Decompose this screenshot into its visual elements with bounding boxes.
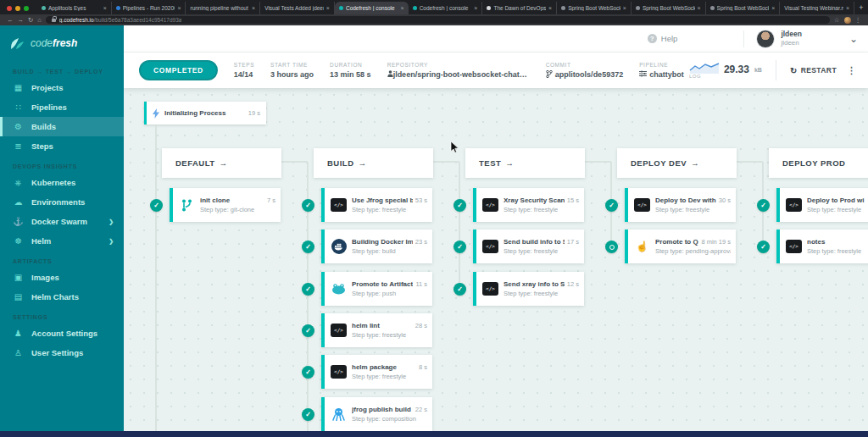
browser-tabs: Applitools Eyes×Pipelines - Run 20200312… — [37, 2, 854, 14]
summary-field-label: REPOSITORY — [387, 62, 530, 68]
sidebar-item-builds[interactable]: ⚙Builds — [0, 117, 124, 136]
step-card-deploy-to-prod-wi[interactable]: </>Deploy to Prod wiStep type: freestyle — [776, 188, 868, 222]
close-tab-icon[interactable]: × — [698, 5, 701, 11]
close-tab-icon[interactable]: × — [252, 5, 255, 11]
success-check-icon: ✓ — [302, 324, 314, 337]
step-card-promote-to-artifactory[interactable]: Promote to Artifactory11 sStep type: pus… — [321, 272, 432, 306]
close-tab-icon[interactable]: × — [177, 5, 181, 11]
step-duration: 22 s — [415, 406, 427, 413]
sidebar-item-pipelines[interactable]: ∷Pipelines — [0, 97, 124, 117]
minimize-window-button[interactable] — [15, 6, 20, 11]
step-title: Use Jfrog special build t — [352, 196, 413, 204]
browser-tab[interactable]: Codefresh | console× — [335, 2, 409, 14]
address-bar[interactable]: g.codefresh.io/build/5e6a78a3aeed14c9541… — [46, 16, 830, 24]
step-card-helm-package[interactable]: </>helm package8 sStep type: freestyle — [321, 355, 432, 389]
step-duration: 30 s — [719, 196, 731, 204]
close-tab-icon[interactable]: × — [548, 5, 552, 11]
forward-icon[interactable]: → — [18, 14, 25, 25]
summary-field-pipeline: PIPELINEchattybot — [639, 62, 684, 79]
browser-menu-icon[interactable]: ⋮ — [855, 14, 862, 25]
browser-tab[interactable]: Pipelines - Run 20200312.11× — [112, 2, 186, 14]
chevron-down-icon[interactable]: ⌄ — [849, 33, 858, 45]
summary-field-text: 13 min 58 s — [330, 70, 371, 79]
sidebar-item-account-settings[interactable]: ♟Account Settings — [0, 324, 124, 343]
browser-tab[interactable]: Spring Boot WebSocket Ch× — [706, 2, 781, 14]
sidebar-item-projects[interactable]: ▦Projects — [0, 78, 124, 97]
back-icon[interactable]: ← — [7, 14, 14, 25]
codefresh-tab-icon — [413, 6, 417, 10]
header-divider — [743, 30, 744, 47]
sidebar-item-user-settings[interactable]: ♙User Settings — [0, 343, 124, 362]
close-tab-icon[interactable]: × — [401, 5, 404, 11]
sidebar-item-steps[interactable]: ≣Steps — [0, 136, 124, 156]
environments-icon: ☁ — [13, 197, 24, 207]
close-tab-icon[interactable]: × — [771, 5, 775, 11]
log-section[interactable]: LOG 29.33kB — [689, 62, 762, 79]
close-window-button[interactable] — [7, 6, 12, 11]
tab-title: Spring Boot WebSocket Ch — [717, 5, 770, 11]
sidebar-item-environments[interactable]: ☁Environments — [0, 192, 124, 212]
stage-header-deploy-dev[interactable]: DEPLOY DEV→ — [617, 148, 737, 178]
stage-header-default[interactable]: DEFAULT→ — [162, 148, 281, 178]
tab-title: Visual Testing Webinar.md — [784, 5, 843, 11]
images-icon: ▣ — [13, 273, 24, 282]
browser-tab[interactable]: Visual Testing Webinar.md× — [780, 2, 854, 14]
sidebar-item-kubernetes[interactable]: ⎈Kubernetes — [0, 173, 124, 192]
step-card-jfrog-publish-build-info[interactable]: jfrog publish build info22 sStep type: c… — [321, 397, 432, 431]
browser-tab[interactable]: Spring Boot WebSocket Ch× — [557, 2, 632, 14]
bookmark-star-icon[interactable]: ☆ — [834, 14, 840, 25]
browser-tab[interactable]: The Dawn of DevOps× — [482, 2, 557, 14]
step-card-use-jfrog-special-build-t[interactable]: </>Use Jfrog special build t53 sStep typ… — [321, 188, 432, 222]
browser-tab[interactable]: Codefresh | console× — [409, 2, 483, 14]
codefresh-app: codefresh BUILD → TEST → DEPLOY▦Projects… — [0, 25, 868, 431]
close-tab-icon[interactable]: × — [623, 5, 626, 11]
close-tab-icon[interactable]: × — [103, 5, 107, 11]
help-button[interactable]: ? Help — [648, 34, 678, 43]
tab-title: Pipelines - Run 20200312.11 — [123, 5, 175, 11]
step-card-building-docker-image[interactable]: Building Docker Image23 sStep type: buil… — [321, 230, 432, 263]
browser-profile-avatar[interactable] — [844, 17, 851, 24]
stage-header-test[interactable]: TEST→ — [465, 148, 585, 178]
sidebar-section-label: BUILD → TEST → DEPLOY — [0, 61, 124, 78]
home-icon[interactable]: ⌂ — [37, 14, 42, 25]
step-card-init-clone[interactable]: init clone7 sStep type: git-clone — [170, 188, 281, 222]
sidebar-item-images[interactable]: ▣Images — [0, 268, 124, 287]
stage-connector-line — [459, 162, 460, 289]
close-tab-icon[interactable]: × — [474, 5, 477, 11]
stage-header-build[interactable]: BUILD→ — [314, 148, 433, 178]
browser-tab[interactable]: running pipeline without vis× — [186, 2, 260, 14]
step-card-notes[interactable]: </>notesStep type: freestyle — [776, 230, 868, 263]
step-type: Step type: freestyle — [352, 373, 427, 380]
reload-icon[interactable]: ↻ — [28, 14, 33, 25]
step-card-xray-security-scan[interactable]: </>Xray Security Scan15 sStep type: free… — [473, 188, 584, 222]
initializing-process-card[interactable]: Initializing Process 19 s — [144, 102, 266, 124]
step-card-helm-lint[interactable]: </>helm lint28 sStep type: freestyle — [321, 313, 432, 347]
browser-tab[interactable]: Spring Boot WebSocket Ch× — [632, 2, 706, 14]
browser-tab[interactable]: Applitools Eyes× — [37, 2, 112, 14]
close-tab-icon[interactable]: × — [326, 5, 330, 11]
stage-header-deploy-prod[interactable]: DEPLOY PROD — [769, 148, 868, 178]
step-card-send-xray-info-to-slack[interactable]: </>Send xray info to Slack12 sStep type:… — [473, 272, 584, 306]
step-title: Deploy to Prod wi — [807, 196, 868, 204]
more-options-icon[interactable]: ⋮ — [847, 65, 856, 76]
restart-button[interactable]: ↻ RESTART — [790, 66, 837, 75]
step-card-promote-to-qa-p[interactable]: ☝Promote to QA/P8 min 19 sStep type: pen… — [625, 230, 736, 263]
step-title-row: Deploy to Prod wi — [807, 196, 868, 204]
step-card-deploy-to-dev-with-hel[interactable]: </>Deploy to Dev with Hel30 sStep type: … — [625, 188, 736, 222]
maximize-window-button[interactable] — [24, 6, 29, 11]
summary-field-label: DURATION — [330, 62, 371, 68]
codefresh-logo[interactable]: codefresh — [0, 25, 124, 61]
browser-tab[interactable]: Visual Tests Added jdeen× — [260, 2, 335, 14]
top-header: ? Help jldeen jldeen ⌄ — [124, 25, 868, 53]
status-badge: COMPLETED — [139, 60, 218, 80]
sidebar-item-label: Environments — [31, 197, 85, 207]
sidebar-item-docker-swarm[interactable]: ⚓Docker Swarm❯ — [0, 212, 124, 231]
sidebar-item-helm-charts[interactable]: ▤Helm Charts — [0, 287, 124, 307]
sidebar-item-helm[interactable]: ☸Helm❯ — [0, 231, 124, 251]
user-menu[interactable]: jldeen jldeen — [756, 30, 802, 48]
step-type: Step type: freestyle — [504, 290, 579, 297]
new-tab-button[interactable]: + — [854, 2, 868, 14]
code-step-icon: </> — [331, 365, 347, 379]
step-card-send-build-info-to-slack[interactable]: </>Send build info to Slack17 sStep type… — [473, 230, 584, 263]
close-tab-icon[interactable]: × — [846, 5, 849, 11]
